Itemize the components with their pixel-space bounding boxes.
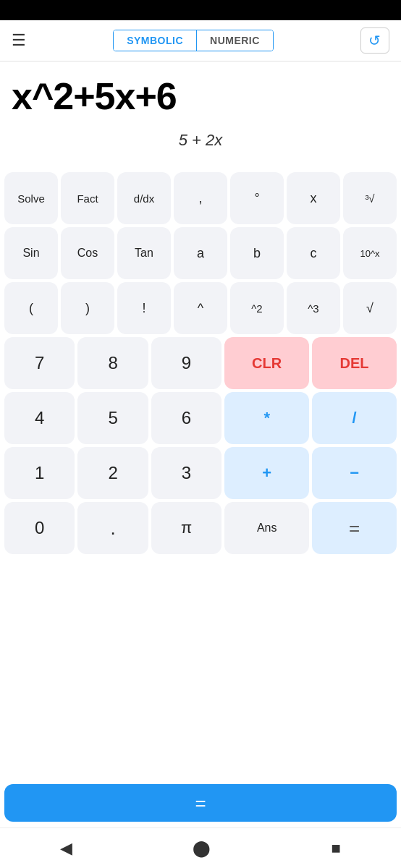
symbolic-mode-button[interactable]: SYMBOLIC bbox=[114, 30, 197, 51]
bottom-equals-button[interactable]: = bbox=[4, 784, 397, 822]
key-sqrt[interactable]: √ bbox=[343, 282, 397, 334]
key-row-1: Solve Fact d/dx , ° x ³√ bbox=[4, 172, 397, 224]
key-cbrt[interactable]: ³√ bbox=[343, 172, 397, 224]
key-c[interactable]: c bbox=[287, 227, 340, 279]
key-tan[interactable]: Tan bbox=[117, 227, 171, 279]
key-2[interactable]: 2 bbox=[77, 447, 148, 499]
key-solve[interactable]: Solve bbox=[4, 172, 58, 224]
top-nav: ☰ SYMBOLIC NUMERIC ↺ bbox=[0, 20, 401, 61]
key-rparen[interactable]: ) bbox=[61, 282, 114, 334]
key-fact[interactable]: Fact bbox=[61, 172, 114, 224]
key-add[interactable]: + bbox=[224, 447, 309, 499]
key-6[interactable]: 6 bbox=[151, 392, 221, 444]
home-button[interactable]: ⬤ bbox=[193, 839, 211, 858]
key-8[interactable]: 8 bbox=[77, 337, 148, 389]
key-5[interactable]: 5 bbox=[77, 392, 148, 444]
key-equals[interactable]: = bbox=[312, 502, 397, 554]
key-1[interactable]: 1 bbox=[4, 447, 75, 499]
numeric-mode-button[interactable]: NUMERIC bbox=[197, 30, 273, 51]
key-row-2: Sin Cos Tan a b c 10^x bbox=[4, 227, 397, 279]
key-pow10x[interactable]: 10^x bbox=[343, 227, 397, 279]
android-nav: ◀ ⬤ ■ bbox=[0, 827, 401, 868]
key-sin[interactable]: Sin bbox=[4, 227, 58, 279]
key-a[interactable]: a bbox=[174, 227, 227, 279]
key-cb[interactable]: ^3 bbox=[287, 282, 340, 334]
key-row-5: 4 5 6 * / bbox=[4, 392, 397, 444]
key-row-3: ( ) ! ^ ^2 ^3 √ bbox=[4, 282, 397, 334]
key-9[interactable]: 9 bbox=[151, 337, 221, 389]
key-mul[interactable]: * bbox=[224, 392, 309, 444]
back-button[interactable]: ◀ bbox=[60, 839, 72, 858]
history-icon: ↺ bbox=[368, 32, 381, 49]
key-b[interactable]: b bbox=[230, 227, 284, 279]
key-div[interactable]: / bbox=[312, 392, 397, 444]
key-dot[interactable]: . bbox=[77, 502, 148, 554]
key-del[interactable]: DEL bbox=[312, 337, 397, 389]
keypad: Solve Fact d/dx , ° x ³√ Sin Cos Tan a b… bbox=[0, 166, 401, 780]
key-row-4: 7 8 9 CLR DEL bbox=[4, 337, 397, 389]
key-clr[interactable]: CLR bbox=[224, 337, 309, 389]
main-expression: x^2+5x+6 bbox=[12, 76, 389, 117]
result-area: 5 + 2x bbox=[0, 123, 401, 166]
mode-switcher: SYMBOLIC NUMERIC bbox=[113, 30, 274, 51]
key-cos[interactable]: Cos bbox=[61, 227, 114, 279]
key-sq[interactable]: ^2 bbox=[230, 282, 284, 334]
hamburger-menu[interactable]: ☰ bbox=[12, 33, 26, 48]
key-factorial[interactable]: ! bbox=[117, 282, 171, 334]
recents-button[interactable]: ■ bbox=[332, 839, 341, 858]
key-lparen[interactable]: ( bbox=[4, 282, 58, 334]
key-row-6: 1 2 3 + − bbox=[4, 447, 397, 499]
result-expression: 5 + 2x bbox=[179, 131, 223, 150]
status-bar bbox=[0, 0, 401, 20]
key-comma[interactable]: , bbox=[174, 172, 227, 224]
key-4[interactable]: 4 bbox=[4, 392, 75, 444]
key-x[interactable]: x bbox=[287, 172, 340, 224]
key-row-7: 0 . π Ans = bbox=[4, 502, 397, 554]
expression-area: x^2+5x+6 bbox=[0, 61, 401, 123]
key-pi[interactable]: π bbox=[151, 502, 221, 554]
key-0[interactable]: 0 bbox=[4, 502, 75, 554]
key-caret[interactable]: ^ bbox=[174, 282, 227, 334]
key-ans[interactable]: Ans bbox=[224, 502, 309, 554]
key-degree[interactable]: ° bbox=[230, 172, 284, 224]
key-sub[interactable]: − bbox=[312, 447, 397, 499]
key-ddx[interactable]: d/dx bbox=[117, 172, 171, 224]
key-7[interactable]: 7 bbox=[4, 337, 75, 389]
key-3[interactable]: 3 bbox=[151, 447, 221, 499]
bottom-bar: = bbox=[0, 780, 401, 827]
history-button[interactable]: ↺ bbox=[360, 27, 389, 54]
